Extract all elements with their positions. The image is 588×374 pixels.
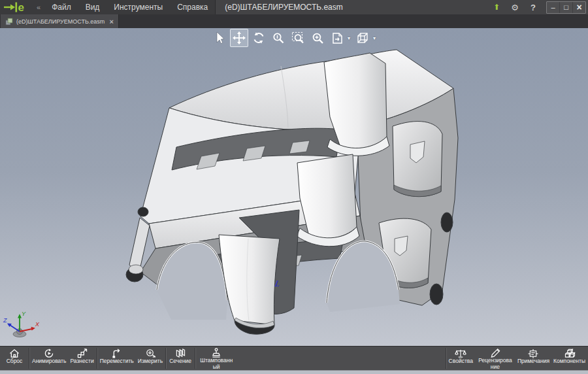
axis-x-label: X	[35, 321, 40, 328]
toolbar-separator	[195, 348, 195, 369]
group-stamped: Штампованный	[196, 347, 237, 370]
gear-icon[interactable]: ⚙	[506, 0, 524, 14]
view-orientation-tool[interactable]	[328, 29, 346, 47]
edrawings-window: e « Файл Вид Инструменты Справка (eD)ШТА…	[0, 0, 588, 374]
toolbar-separator	[97, 348, 97, 369]
pencil-icon	[489, 348, 501, 358]
pan-icon	[232, 31, 246, 45]
move-component-button[interactable]: Переместить	[98, 347, 136, 370]
orientation-triad: Y Z X	[3, 309, 41, 342]
pan-tool[interactable]	[230, 29, 248, 47]
close-icon[interactable]: ×	[573, 2, 585, 13]
axis-y-label: Y	[22, 311, 26, 317]
review-button[interactable]: Рецензирование	[475, 347, 515, 370]
part-file-icon	[5, 18, 13, 26]
display-style-tool[interactable]	[353, 29, 372, 47]
select-tool[interactable]	[210, 29, 229, 47]
display-style-cube-icon	[355, 31, 370, 45]
cursor-arrow-icon	[212, 31, 227, 45]
reset-button[interactable]: Сброс	[1, 347, 28, 370]
components-icon	[563, 348, 576, 358]
animate-icon	[43, 348, 55, 358]
group-animate-explode: Анимировать Разнести	[30, 347, 96, 370]
menu-file[interactable]: Файл	[44, 0, 78, 14]
explode-icon	[76, 348, 88, 358]
maximize-icon[interactable]: □	[560, 2, 573, 13]
zoom-tool[interactable]	[269, 29, 287, 47]
tab-close-icon[interactable]: ×	[108, 18, 113, 26]
magnifier-icon	[271, 31, 286, 45]
3d-viewport[interactable]: ▾ ▾ L Y	[0, 28, 588, 346]
measure-icon	[144, 348, 156, 358]
explode-button[interactable]: Разнести	[68, 347, 95, 370]
view-orientation-dropdown-icon[interactable]: ▾	[348, 35, 352, 41]
minimize-icon[interactable]: –	[547, 2, 560, 13]
measure-button[interactable]: Измерить	[136, 347, 165, 370]
collapse-menu-chevron[interactable]: «	[33, 0, 44, 14]
section-icon	[174, 348, 186, 358]
group-section: Сечение	[167, 347, 194, 370]
view-toolbar: ▾ ▾	[210, 29, 378, 47]
rotate-tool[interactable]	[250, 29, 268, 47]
group-reset: Сброс	[1, 347, 28, 370]
menu-view[interactable]: Вид	[78, 0, 107, 14]
window-document-title: (eD)ШТАБЕЛИРУЕМОСТЬ.easm	[215, 0, 487, 14]
stamped-button[interactable]: Штампованный	[196, 347, 237, 370]
edrawings-logo-icon: e	[0, 0, 33, 14]
tab-label: (eD)ШТАБЕЛИРУЕМОСТЬ.easm	[16, 18, 105, 25]
group-move-measure: Переместить Измерить	[98, 347, 165, 370]
view-orientation-icon	[330, 31, 344, 45]
tab-bar: (eD)ШТАБЕЛИРУЕМОСТЬ.easm ×	[0, 14, 588, 28]
home-icon	[8, 348, 20, 358]
toolbar-separator	[446, 348, 446, 369]
zoom-fit-tool[interactable]	[308, 29, 327, 47]
components-button[interactable]: Компоненты	[551, 347, 587, 370]
properties-button[interactable]: Свойства	[447, 347, 475, 370]
window-bottom-edge	[0, 370, 588, 374]
section-button[interactable]: Сечение	[167, 347, 194, 370]
markup-button[interactable]: Примечания	[515, 347, 551, 370]
menu-help[interactable]: Справка	[170, 0, 215, 14]
model-geometry	[126, 50, 458, 334]
menu-tools[interactable]: Инструменты	[106, 0, 170, 14]
publish-icon[interactable]: ⬆	[487, 0, 506, 14]
document-tab[interactable]: (eD)ШТАБЕЛИРУЕМОСТЬ.easm ×	[1, 14, 119, 28]
toolbar-separator	[29, 348, 29, 369]
display-style-dropdown-icon[interactable]: ▾	[373, 35, 378, 41]
scales-icon	[454, 348, 467, 358]
magnifier-area-icon	[291, 31, 305, 45]
logo-letter: e	[18, 1, 24, 13]
stamp-icon	[210, 348, 222, 358]
bottom-toolbar-right: Свойства Рецензирование	[445, 347, 587, 370]
bottom-toolbar: Сброс Анимировать	[0, 346, 588, 370]
move-component-icon	[111, 348, 123, 358]
markup-icon	[527, 348, 539, 358]
rotate-icon	[252, 31, 266, 45]
zoom-area-tool[interactable]	[289, 29, 307, 47]
titlebar: e « Файл Вид Инструменты Справка (eD)ШТА…	[0, 0, 588, 14]
animate-button[interactable]: Анимировать	[30, 347, 68, 370]
toolbar-separator	[165, 348, 166, 369]
axis-z-label: Z	[3, 317, 7, 324]
window-controls: – □ ×	[542, 0, 588, 14]
magnifier-plus-icon	[310, 31, 325, 45]
model-canvas[interactable]	[0, 28, 588, 346]
help-icon[interactable]: ?	[524, 0, 542, 14]
